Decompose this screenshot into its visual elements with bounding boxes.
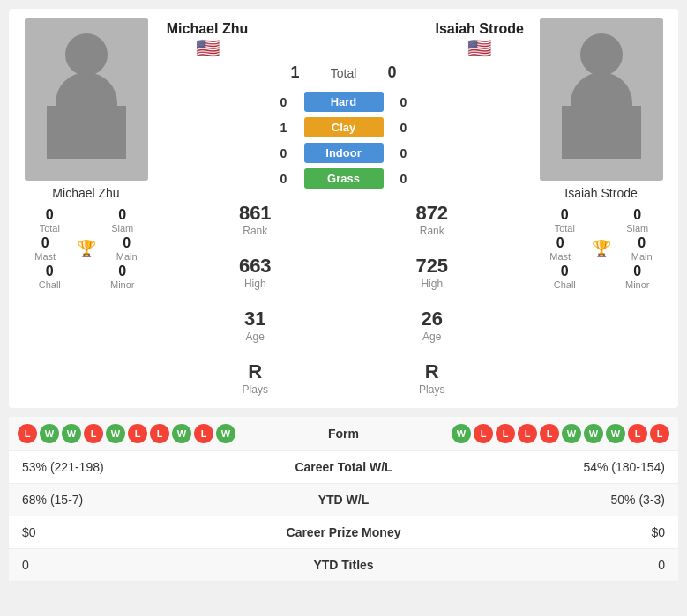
right-silhouette-ext <box>562 106 641 159</box>
right-high-label: High <box>415 278 448 290</box>
left-rank-label: Rank <box>239 225 272 237</box>
right-rank-label: Rank <box>415 225 448 237</box>
left-stat-mast: 0 Mast <box>18 235 73 262</box>
form-badge-right-l: L <box>474 424 493 443</box>
right-minor-value: 0 <box>606 263 670 279</box>
right-total-value: 0 <box>533 207 597 223</box>
left-player-card: Michael Zhu 0 Total 0 Slam 0 Mast 🏆 0 <box>9 9 163 408</box>
clay-row: 1 Clay 0 <box>163 117 524 137</box>
right-plays-box: R Plays <box>419 360 444 396</box>
indoor-right: 0 <box>391 146 417 160</box>
grass-right: 0 <box>391 172 417 186</box>
career-right-0: 54% (180-154) <box>423 460 666 474</box>
hard-right: 0 <box>391 95 417 109</box>
right-stats-grid2: 0 Chall 0 Minor <box>533 263 669 290</box>
form-badge-left-l: L <box>128 424 147 443</box>
right-trophy-row: 0 Mast 🏆 0 Main <box>533 235 669 262</box>
career-left-0: 53% (221-198) <box>22 460 265 474</box>
left-chall-label: Chall <box>18 279 82 290</box>
indoor-row: 0 Indoor 0 <box>163 143 524 163</box>
career-label-2: Career Prize Money <box>265 525 423 539</box>
career-left-1: 68% (15-7) <box>22 493 265 507</box>
career-stat-row-1: 68% (15-7) YTD W/L 50% (3-3) <box>9 484 678 516</box>
indoor-badge: Indoor <box>304 143 384 163</box>
form-badge-right-w: W <box>584 424 603 443</box>
left-main-label: Main <box>100 251 155 262</box>
right-stat-total: 0 Total <box>533 207 597 234</box>
right-name-center: Isaiah Strode <box>436 21 524 37</box>
right-minor-label: Minor <box>606 279 670 290</box>
form-badges-left: LWWLWLLWLW <box>18 424 309 443</box>
left-age-box: 31 Age <box>244 308 265 343</box>
left-rank-value: 861 <box>239 202 272 225</box>
form-badge-left-l: L <box>84 424 103 443</box>
left-rank-box: 861 Rank <box>239 202 272 237</box>
left-minor-label: Minor <box>91 279 155 290</box>
clay-right: 0 <box>391 121 417 135</box>
form-badge-left-l: L <box>18 424 37 443</box>
right-flag: 🇺🇸 <box>467 37 491 60</box>
form-badge-right-l: L <box>628 424 647 443</box>
left-silhouette-head <box>65 33 108 76</box>
left-main-value: 0 <box>100 235 155 251</box>
career-label-3: YTD Titles <box>265 558 423 572</box>
left-high-box: 663 High <box>239 255 272 290</box>
right-total-label: Total <box>533 223 597 234</box>
left-stat-main: 0 Main <box>100 235 155 262</box>
left-stat-chall: 0 Chall <box>18 263 82 290</box>
total-row: 1 Total 0 <box>163 63 524 82</box>
left-stat-slam: 0 Slam <box>91 207 155 234</box>
left-high-label: High <box>239 278 272 290</box>
left-stats-grid2: 0 Chall 0 Minor <box>18 263 154 290</box>
right-trophy-icon: 🏆 <box>592 239 611 258</box>
form-badge-left-l: L <box>194 424 213 443</box>
career-left-3: 0 <box>22 558 265 572</box>
career-right-3: 0 <box>423 558 666 572</box>
form-label: Form <box>309 427 379 441</box>
right-player-name: Isaiah Strode <box>564 186 638 200</box>
left-plays-value: R <box>243 360 268 383</box>
players-comparison: Michael Zhu 0 Total 0 Slam 0 Mast 🏆 0 <box>9 9 678 408</box>
form-badge-left-l: L <box>150 424 169 443</box>
right-rank-value: 872 <box>415 202 448 225</box>
grass-left: 0 <box>271 172 297 186</box>
right-center-stats: 872 Rank 725 High 26 Age R Plays <box>415 197 448 401</box>
form-badges-right: WLLLLWWWLL <box>379 424 670 443</box>
right-player-header: Isaiah Strode 🇺🇸 <box>436 21 524 60</box>
right-rank-box: 872 Rank <box>415 202 448 237</box>
right-main-value: 0 <box>615 235 670 251</box>
left-slam-label: Slam <box>91 223 155 234</box>
left-name-center: Michael Zhu <box>167 21 248 37</box>
left-player-header: Michael Zhu 🇺🇸 <box>163 21 251 60</box>
left-mast-value: 0 <box>18 235 73 251</box>
total-label: Total <box>317 66 370 80</box>
right-stat-main: 0 Main <box>615 235 670 262</box>
left-stat-minor: 0 Minor <box>91 263 155 290</box>
form-row: LWWLWLLWLW Form WLLLLWWWLL <box>9 417 678 451</box>
career-stat-row-2: $0 Career Prize Money $0 <box>9 516 678 549</box>
left-stat-total: 0 Total <box>18 207 82 234</box>
clay-left: 1 <box>271 121 297 135</box>
form-badge-left-w: W <box>40 424 59 443</box>
left-total-value: 0 <box>18 207 82 223</box>
left-chall-value: 0 <box>18 263 82 279</box>
hard-badge: Hard <box>304 92 384 112</box>
career-right-2: $0 <box>423 525 666 539</box>
right-high-box: 725 High <box>415 255 448 290</box>
right-mast-label: Mast <box>533 251 588 262</box>
career-label-1: YTD W/L <box>265 493 423 507</box>
form-badge-right-l: L <box>650 424 669 443</box>
right-chall-value: 0 <box>533 263 597 279</box>
right-stat-slam: 0 Slam <box>606 207 670 234</box>
right-main-label: Main <box>615 251 670 262</box>
center-panel: Michael Zhu 🇺🇸 Isaiah Strode 🇺🇸 1 Total … <box>163 9 524 408</box>
hard-row: 0 Hard 0 <box>163 92 524 112</box>
grass-row: 0 Grass 0 <box>163 168 524 189</box>
left-age-label: Age <box>244 330 265 343</box>
left-center-stats: 861 Rank 663 High 31 Age R Plays <box>239 197 272 401</box>
form-badge-left-w: W <box>106 424 125 443</box>
indoor-left: 0 <box>271 146 297 160</box>
left-player-name: Michael Zhu <box>52 186 119 200</box>
left-flag: 🇺🇸 <box>196 37 220 60</box>
left-minor-value: 0 <box>91 263 155 279</box>
